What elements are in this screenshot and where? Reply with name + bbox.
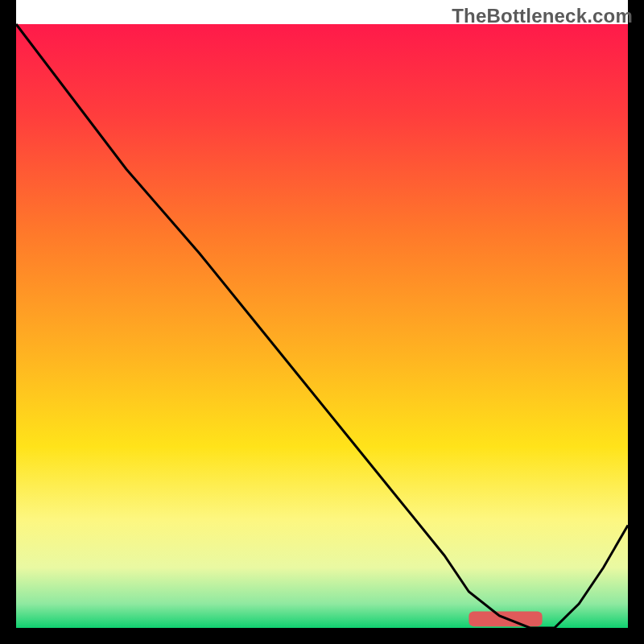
axis-left — [0, 0, 16, 644]
axis-right — [628, 0, 644, 644]
axis-bottom — [0, 628, 644, 644]
chart-background-gradient — [16, 24, 628, 628]
watermark-text: TheBottleneck.com — [452, 5, 633, 27]
bottleneck-chart — [0, 0, 644, 644]
chart-container: TheBottleneck.com — [0, 0, 644, 644]
